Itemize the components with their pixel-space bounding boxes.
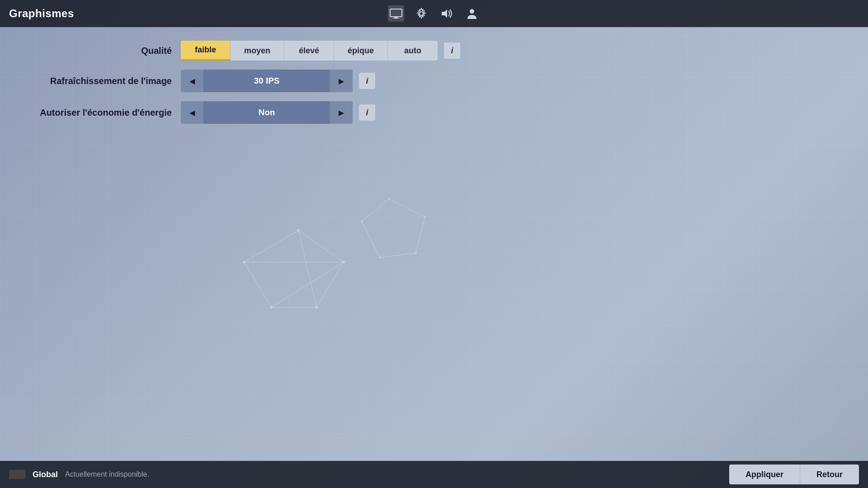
energy-next-button[interactable]: ▶ <box>330 101 353 124</box>
bottom-actions: Appliquer Retour <box>729 465 859 484</box>
quality-info-button[interactable]: i <box>444 42 460 59</box>
energy-spinner: ◀ Non ▶ <box>181 101 353 124</box>
energy-row: Autoriser l'économie d'énergie ◀ Non ▶ i <box>27 101 841 124</box>
page-title: Graphismes <box>9 7 74 20</box>
energy-label: Autoriser l'économie d'énergie <box>27 108 181 118</box>
back-button[interactable]: Retour <box>800 465 859 484</box>
svg-rect-25 <box>393 18 399 19</box>
quality-btn-faible[interactable]: faible <box>181 41 231 61</box>
energy-prev-button[interactable]: ◀ <box>181 101 203 124</box>
svg-rect-23 <box>390 9 402 17</box>
refresh-info-button[interactable]: i <box>359 73 375 89</box>
top-bar: Graphismes <box>0 0 868 27</box>
top-bar-icons <box>388 5 480 22</box>
main-content: Qualité faible moyen élevé épique auto i… <box>0 27 868 461</box>
gear-icon[interactable] <box>413 5 429 22</box>
apply-button[interactable]: Appliquer <box>729 465 800 484</box>
monitor-icon[interactable] <box>388 5 404 22</box>
svg-rect-24 <box>394 17 398 18</box>
controller-icon <box>9 470 25 479</box>
quality-btn-auto[interactable]: auto <box>388 41 438 61</box>
refresh-label: Rafraîchissement de l'image <box>27 76 181 86</box>
quality-btn-eleve[interactable]: élevé <box>284 41 334 61</box>
quality-buttons: faible moyen élevé épique auto <box>181 41 438 61</box>
quality-label: Qualité <box>27 46 181 56</box>
quality-row: Qualité faible moyen élevé épique auto i <box>27 41 841 61</box>
energy-value: Non <box>203 101 330 124</box>
volume-icon[interactable] <box>439 5 455 22</box>
refresh-next-button[interactable]: ▶ <box>330 70 353 92</box>
refresh-value: 30 IPS <box>203 70 330 92</box>
bottom-bar: Global Actuellement indisponible. Appliq… <box>0 461 868 488</box>
quality-btn-epique[interactable]: épique <box>334 41 388 61</box>
refresh-spinner: ◀ 30 IPS ▶ <box>181 70 353 92</box>
energy-info-button[interactable]: i <box>359 104 375 121</box>
svg-point-28 <box>470 9 474 14</box>
user-icon[interactable] <box>464 5 480 22</box>
refresh-row: Rafraîchissement de l'image ◀ 30 IPS ▶ i <box>27 70 841 92</box>
global-label: Global <box>33 470 58 479</box>
quality-btn-moyen[interactable]: moyen <box>231 41 284 61</box>
refresh-prev-button[interactable]: ◀ <box>181 70 203 92</box>
svg-marker-27 <box>442 9 447 18</box>
status-text: Actuellement indisponible. <box>65 470 149 479</box>
